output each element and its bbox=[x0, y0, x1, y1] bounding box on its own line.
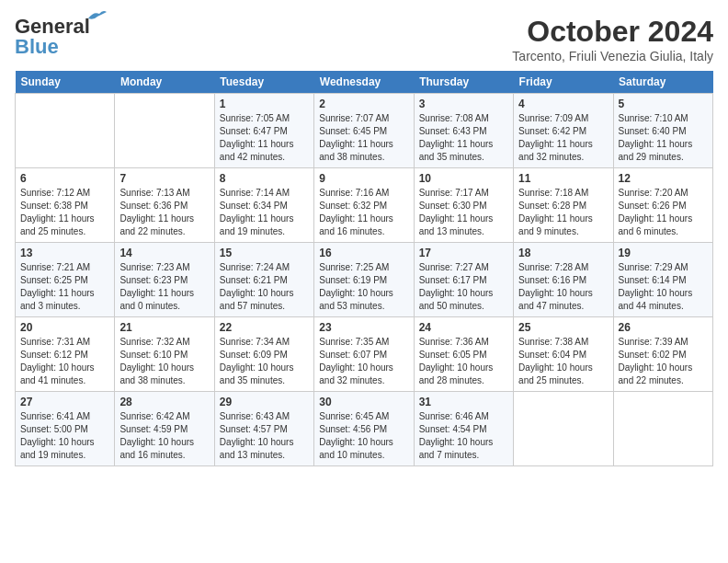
calendar-cell: 25Sunrise: 7:38 AMSunset: 6:04 PMDayligh… bbox=[514, 317, 613, 392]
calendar-cell: 2Sunrise: 7:07 AMSunset: 6:45 PMDaylight… bbox=[314, 94, 414, 168]
day-number: 13 bbox=[20, 247, 109, 259]
day-info: Sunrise: 7:10 AMSunset: 6:40 PMDaylight:… bbox=[619, 112, 708, 164]
day-number: 11 bbox=[518, 172, 608, 185]
day-number: 7 bbox=[119, 172, 209, 185]
weekday-header-row: SundayMondayTuesdayWednesdayThursdayFrid… bbox=[16, 71, 713, 94]
logo-bird-icon bbox=[86, 9, 107, 22]
day-number: 31 bbox=[419, 396, 508, 408]
weekday-header-saturday: Saturday bbox=[613, 71, 712, 94]
calendar-cell bbox=[115, 94, 214, 168]
weekday-header-tuesday: Tuesday bbox=[214, 71, 313, 94]
calendar-cell: 24Sunrise: 7:36 AMSunset: 6:05 PMDayligh… bbox=[414, 317, 513, 392]
day-info: Sunrise: 7:14 AMSunset: 6:34 PMDaylight:… bbox=[220, 187, 309, 238]
day-number: 5 bbox=[619, 98, 708, 110]
day-info: Sunrise: 7:21 AMSunset: 6:25 PMDaylight:… bbox=[20, 261, 109, 313]
day-info: Sunrise: 7:28 AMSunset: 6:16 PMDaylight:… bbox=[518, 261, 608, 313]
day-number: 2 bbox=[319, 98, 408, 110]
day-info: Sunrise: 7:29 AMSunset: 6:14 PMDaylight:… bbox=[619, 261, 708, 313]
day-info: Sunrise: 7:36 AMSunset: 6:05 PMDaylight:… bbox=[419, 336, 508, 387]
calendar-cell: 30Sunrise: 6:45 AMSunset: 4:56 PMDayligh… bbox=[314, 392, 414, 466]
calendar-cell: 8Sunrise: 7:14 AMSunset: 6:34 PMDaylight… bbox=[214, 168, 313, 243]
day-info: Sunrise: 7:25 AMSunset: 6:19 PMDaylight:… bbox=[319, 261, 408, 313]
day-number: 6 bbox=[20, 172, 109, 185]
calendar-cell: 19Sunrise: 7:29 AMSunset: 6:14 PMDayligh… bbox=[613, 243, 712, 317]
calendar-cell: 17Sunrise: 7:27 AMSunset: 6:17 PMDayligh… bbox=[414, 243, 513, 317]
day-number: 30 bbox=[319, 396, 408, 408]
day-number: 1 bbox=[220, 98, 309, 110]
calendar-cell: 27Sunrise: 6:41 AMSunset: 5:00 PMDayligh… bbox=[16, 392, 115, 466]
day-number: 4 bbox=[518, 98, 608, 110]
calendar-cell: 6Sunrise: 7:12 AMSunset: 6:38 PMDaylight… bbox=[16, 168, 115, 243]
day-info: Sunrise: 6:46 AMSunset: 4:54 PMDaylight:… bbox=[419, 410, 508, 462]
day-info: Sunrise: 7:32 AMSunset: 6:10 PMDaylight:… bbox=[119, 336, 209, 387]
day-number: 3 bbox=[419, 98, 508, 110]
day-number: 18 bbox=[518, 247, 608, 259]
calendar-cell: 14Sunrise: 7:23 AMSunset: 6:23 PMDayligh… bbox=[115, 243, 214, 317]
calendar-cell: 23Sunrise: 7:35 AMSunset: 6:07 PMDayligh… bbox=[314, 317, 414, 392]
day-number: 9 bbox=[319, 172, 408, 185]
calendar-week-row: 6Sunrise: 7:12 AMSunset: 6:38 PMDaylight… bbox=[16, 168, 713, 243]
day-info: Sunrise: 7:17 AMSunset: 6:30 PMDaylight:… bbox=[419, 187, 508, 238]
weekday-header-monday: Monday bbox=[115, 71, 214, 94]
calendar-cell: 18Sunrise: 7:28 AMSunset: 6:16 PMDayligh… bbox=[514, 243, 613, 317]
day-info: Sunrise: 7:38 AMSunset: 6:04 PMDaylight:… bbox=[518, 336, 608, 387]
calendar-cell bbox=[16, 94, 115, 168]
day-info: Sunrise: 7:07 AMSunset: 6:45 PMDaylight:… bbox=[319, 112, 408, 164]
calendar-cell bbox=[514, 392, 613, 466]
calendar-cell: 1Sunrise: 7:05 AMSunset: 6:47 PMDaylight… bbox=[214, 94, 313, 168]
day-info: Sunrise: 7:18 AMSunset: 6:28 PMDaylight:… bbox=[518, 187, 608, 238]
calendar-cell: 12Sunrise: 7:20 AMSunset: 6:26 PMDayligh… bbox=[613, 168, 712, 243]
calendar-cell: 4Sunrise: 7:09 AMSunset: 6:42 PMDaylight… bbox=[514, 94, 613, 168]
calendar-cell: 20Sunrise: 7:31 AMSunset: 6:12 PMDayligh… bbox=[16, 317, 115, 392]
day-number: 25 bbox=[518, 321, 608, 334]
day-info: Sunrise: 7:35 AMSunset: 6:07 PMDaylight:… bbox=[319, 336, 408, 387]
day-info: Sunrise: 7:08 AMSunset: 6:43 PMDaylight:… bbox=[419, 112, 508, 164]
day-number: 29 bbox=[220, 396, 309, 408]
calendar-cell: 7Sunrise: 7:13 AMSunset: 6:36 PMDaylight… bbox=[115, 168, 214, 243]
day-number: 17 bbox=[419, 247, 508, 259]
day-number: 26 bbox=[619, 321, 708, 334]
calendar-cell: 22Sunrise: 7:34 AMSunset: 6:09 PMDayligh… bbox=[214, 317, 313, 392]
logo: General Blue bbox=[15, 15, 90, 59]
day-info: Sunrise: 7:24 AMSunset: 6:21 PMDaylight:… bbox=[220, 261, 309, 313]
day-info: Sunrise: 7:12 AMSunset: 6:38 PMDaylight:… bbox=[20, 187, 109, 238]
day-info: Sunrise: 7:16 AMSunset: 6:32 PMDaylight:… bbox=[319, 187, 408, 238]
day-info: Sunrise: 6:42 AMSunset: 4:59 PMDaylight:… bbox=[119, 410, 209, 462]
weekday-header-friday: Friday bbox=[514, 71, 613, 94]
day-number: 22 bbox=[220, 321, 309, 334]
calendar-cell: 29Sunrise: 6:43 AMSunset: 4:57 PMDayligh… bbox=[214, 392, 313, 466]
day-number: 20 bbox=[20, 321, 109, 334]
weekday-header-sunday: Sunday bbox=[16, 71, 115, 94]
day-number: 21 bbox=[119, 321, 209, 334]
calendar-cell bbox=[613, 392, 712, 466]
calendar-cell: 3Sunrise: 7:08 AMSunset: 6:43 PMDaylight… bbox=[414, 94, 513, 168]
calendar-table: SundayMondayTuesdayWednesdayThursdayFrid… bbox=[15, 71, 713, 466]
day-number: 10 bbox=[419, 172, 508, 185]
calendar-cell: 16Sunrise: 7:25 AMSunset: 6:19 PMDayligh… bbox=[314, 243, 414, 317]
title-block: October 2024 Tarcento, Friuli Venezia Gi… bbox=[512, 15, 713, 63]
calendar-cell: 31Sunrise: 6:46 AMSunset: 4:54 PMDayligh… bbox=[414, 392, 513, 466]
day-info: Sunrise: 6:43 AMSunset: 4:57 PMDaylight:… bbox=[220, 410, 309, 462]
day-info: Sunrise: 7:31 AMSunset: 6:12 PMDaylight:… bbox=[20, 336, 109, 387]
day-number: 27 bbox=[20, 396, 109, 408]
day-info: Sunrise: 7:27 AMSunset: 6:17 PMDaylight:… bbox=[419, 261, 508, 313]
day-number: 14 bbox=[119, 247, 209, 259]
calendar-cell: 21Sunrise: 7:32 AMSunset: 6:10 PMDayligh… bbox=[115, 317, 214, 392]
day-info: Sunrise: 7:39 AMSunset: 6:02 PMDaylight:… bbox=[619, 336, 708, 387]
calendar-cell: 28Sunrise: 6:42 AMSunset: 4:59 PMDayligh… bbox=[115, 392, 214, 466]
day-info: Sunrise: 7:34 AMSunset: 6:09 PMDaylight:… bbox=[220, 336, 309, 387]
calendar-week-row: 13Sunrise: 7:21 AMSunset: 6:25 PMDayligh… bbox=[16, 243, 713, 317]
calendar-week-row: 20Sunrise: 7:31 AMSunset: 6:12 PMDayligh… bbox=[16, 317, 713, 392]
page-header: General Blue October 2024 Tarcento, Friu… bbox=[15, 15, 713, 63]
calendar-cell: 13Sunrise: 7:21 AMSunset: 6:25 PMDayligh… bbox=[16, 243, 115, 317]
day-number: 12 bbox=[619, 172, 708, 185]
calendar-cell: 26Sunrise: 7:39 AMSunset: 6:02 PMDayligh… bbox=[613, 317, 712, 392]
location: Tarcento, Friuli Venezia Giulia, Italy bbox=[512, 49, 713, 63]
weekday-header-thursday: Thursday bbox=[414, 71, 513, 94]
day-info: Sunrise: 7:05 AMSunset: 6:47 PMDaylight:… bbox=[220, 112, 309, 164]
month-title: October 2024 bbox=[512, 15, 713, 49]
day-info: Sunrise: 6:41 AMSunset: 5:00 PMDaylight:… bbox=[20, 410, 109, 462]
calendar-week-row: 1Sunrise: 7:05 AMSunset: 6:47 PMDaylight… bbox=[16, 94, 713, 168]
day-number: 16 bbox=[319, 247, 408, 259]
calendar-cell: 11Sunrise: 7:18 AMSunset: 6:28 PMDayligh… bbox=[514, 168, 613, 243]
